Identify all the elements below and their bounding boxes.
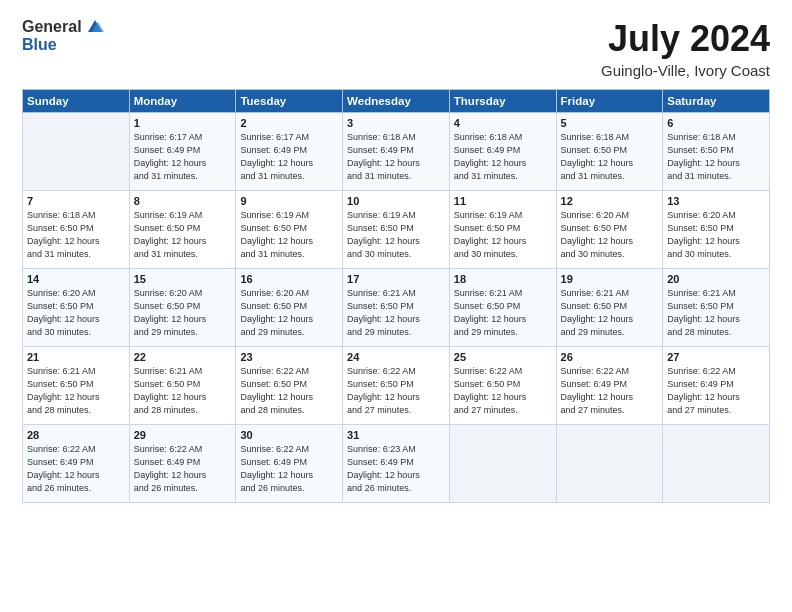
day-content: Sunrise: 6:22 AM Sunset: 6:49 PM Dayligh… bbox=[240, 443, 338, 495]
day-cell: 1Sunrise: 6:17 AM Sunset: 6:49 PM Daylig… bbox=[129, 113, 236, 191]
logo-blue: Blue bbox=[22, 36, 57, 54]
day-content: Sunrise: 6:20 AM Sunset: 6:50 PM Dayligh… bbox=[561, 209, 659, 261]
main-title: July 2024 bbox=[601, 18, 770, 60]
col-monday: Monday bbox=[129, 90, 236, 113]
day-number: 13 bbox=[667, 195, 765, 207]
week-row-4: 21Sunrise: 6:21 AM Sunset: 6:50 PM Dayli… bbox=[23, 347, 770, 425]
day-content: Sunrise: 6:22 AM Sunset: 6:50 PM Dayligh… bbox=[347, 365, 445, 417]
day-content: Sunrise: 6:20 AM Sunset: 6:50 PM Dayligh… bbox=[240, 287, 338, 339]
day-cell: 10Sunrise: 6:19 AM Sunset: 6:50 PM Dayli… bbox=[343, 191, 450, 269]
day-content: Sunrise: 6:19 AM Sunset: 6:50 PM Dayligh… bbox=[454, 209, 552, 261]
day-number: 17 bbox=[347, 273, 445, 285]
day-content: Sunrise: 6:21 AM Sunset: 6:50 PM Dayligh… bbox=[454, 287, 552, 339]
day-cell: 8Sunrise: 6:19 AM Sunset: 6:50 PM Daylig… bbox=[129, 191, 236, 269]
day-number: 3 bbox=[347, 117, 445, 129]
day-content: Sunrise: 6:23 AM Sunset: 6:49 PM Dayligh… bbox=[347, 443, 445, 495]
day-cell: 25Sunrise: 6:22 AM Sunset: 6:50 PM Dayli… bbox=[449, 347, 556, 425]
col-tuesday: Tuesday bbox=[236, 90, 343, 113]
day-cell: 2Sunrise: 6:17 AM Sunset: 6:49 PM Daylig… bbox=[236, 113, 343, 191]
day-cell: 26Sunrise: 6:22 AM Sunset: 6:49 PM Dayli… bbox=[556, 347, 663, 425]
logo: General Blue bbox=[22, 18, 106, 54]
subtitle: Guinglo-Ville, Ivory Coast bbox=[601, 62, 770, 79]
day-content: Sunrise: 6:21 AM Sunset: 6:50 PM Dayligh… bbox=[134, 365, 232, 417]
day-content: Sunrise: 6:20 AM Sunset: 6:50 PM Dayligh… bbox=[134, 287, 232, 339]
day-cell: 15Sunrise: 6:20 AM Sunset: 6:50 PM Dayli… bbox=[129, 269, 236, 347]
day-content: Sunrise: 6:22 AM Sunset: 6:49 PM Dayligh… bbox=[667, 365, 765, 417]
day-cell: 23Sunrise: 6:22 AM Sunset: 6:50 PM Dayli… bbox=[236, 347, 343, 425]
day-content: Sunrise: 6:22 AM Sunset: 6:50 PM Dayligh… bbox=[240, 365, 338, 417]
day-cell: 5Sunrise: 6:18 AM Sunset: 6:50 PM Daylig… bbox=[556, 113, 663, 191]
day-number: 5 bbox=[561, 117, 659, 129]
day-content: Sunrise: 6:21 AM Sunset: 6:50 PM Dayligh… bbox=[561, 287, 659, 339]
day-number: 22 bbox=[134, 351, 232, 363]
day-cell: 12Sunrise: 6:20 AM Sunset: 6:50 PM Dayli… bbox=[556, 191, 663, 269]
day-number: 27 bbox=[667, 351, 765, 363]
col-saturday: Saturday bbox=[663, 90, 770, 113]
day-cell: 31Sunrise: 6:23 AM Sunset: 6:49 PM Dayli… bbox=[343, 425, 450, 503]
day-content: Sunrise: 6:18 AM Sunset: 6:50 PM Dayligh… bbox=[27, 209, 125, 261]
day-cell: 22Sunrise: 6:21 AM Sunset: 6:50 PM Dayli… bbox=[129, 347, 236, 425]
day-number: 31 bbox=[347, 429, 445, 441]
day-number: 10 bbox=[347, 195, 445, 207]
day-cell: 19Sunrise: 6:21 AM Sunset: 6:50 PM Dayli… bbox=[556, 269, 663, 347]
day-content: Sunrise: 6:21 AM Sunset: 6:50 PM Dayligh… bbox=[347, 287, 445, 339]
day-content: Sunrise: 6:22 AM Sunset: 6:50 PM Dayligh… bbox=[454, 365, 552, 417]
day-number: 15 bbox=[134, 273, 232, 285]
day-content: Sunrise: 6:22 AM Sunset: 6:49 PM Dayligh… bbox=[134, 443, 232, 495]
day-content: Sunrise: 6:17 AM Sunset: 6:49 PM Dayligh… bbox=[240, 131, 338, 183]
day-cell: 6Sunrise: 6:18 AM Sunset: 6:50 PM Daylig… bbox=[663, 113, 770, 191]
day-content: Sunrise: 6:17 AM Sunset: 6:49 PM Dayligh… bbox=[134, 131, 232, 183]
title-area: July 2024 Guinglo-Ville, Ivory Coast bbox=[601, 18, 770, 79]
day-content: Sunrise: 6:21 AM Sunset: 6:50 PM Dayligh… bbox=[667, 287, 765, 339]
day-cell bbox=[23, 113, 130, 191]
day-number: 30 bbox=[240, 429, 338, 441]
day-number: 12 bbox=[561, 195, 659, 207]
day-number: 16 bbox=[240, 273, 338, 285]
col-wednesday: Wednesday bbox=[343, 90, 450, 113]
week-row-1: 1Sunrise: 6:17 AM Sunset: 6:49 PM Daylig… bbox=[23, 113, 770, 191]
day-number: 11 bbox=[454, 195, 552, 207]
day-cell: 30Sunrise: 6:22 AM Sunset: 6:49 PM Dayli… bbox=[236, 425, 343, 503]
day-number: 21 bbox=[27, 351, 125, 363]
week-row-3: 14Sunrise: 6:20 AM Sunset: 6:50 PM Dayli… bbox=[23, 269, 770, 347]
day-cell: 7Sunrise: 6:18 AM Sunset: 6:50 PM Daylig… bbox=[23, 191, 130, 269]
day-cell: 21Sunrise: 6:21 AM Sunset: 6:50 PM Dayli… bbox=[23, 347, 130, 425]
day-number: 26 bbox=[561, 351, 659, 363]
day-cell: 17Sunrise: 6:21 AM Sunset: 6:50 PM Dayli… bbox=[343, 269, 450, 347]
day-cell: 27Sunrise: 6:22 AM Sunset: 6:49 PM Dayli… bbox=[663, 347, 770, 425]
day-number: 25 bbox=[454, 351, 552, 363]
day-content: Sunrise: 6:20 AM Sunset: 6:50 PM Dayligh… bbox=[667, 209, 765, 261]
day-cell: 18Sunrise: 6:21 AM Sunset: 6:50 PM Dayli… bbox=[449, 269, 556, 347]
day-number: 28 bbox=[27, 429, 125, 441]
day-number: 18 bbox=[454, 273, 552, 285]
day-cell: 3Sunrise: 6:18 AM Sunset: 6:49 PM Daylig… bbox=[343, 113, 450, 191]
day-number: 4 bbox=[454, 117, 552, 129]
day-number: 6 bbox=[667, 117, 765, 129]
day-number: 24 bbox=[347, 351, 445, 363]
header-row: Sunday Monday Tuesday Wednesday Thursday… bbox=[23, 90, 770, 113]
day-cell: 29Sunrise: 6:22 AM Sunset: 6:49 PM Dayli… bbox=[129, 425, 236, 503]
logo-general: General bbox=[22, 18, 82, 36]
day-content: Sunrise: 6:19 AM Sunset: 6:50 PM Dayligh… bbox=[134, 209, 232, 261]
col-friday: Friday bbox=[556, 90, 663, 113]
day-content: Sunrise: 6:22 AM Sunset: 6:49 PM Dayligh… bbox=[27, 443, 125, 495]
day-cell: 16Sunrise: 6:20 AM Sunset: 6:50 PM Dayli… bbox=[236, 269, 343, 347]
day-number: 8 bbox=[134, 195, 232, 207]
week-row-2: 7Sunrise: 6:18 AM Sunset: 6:50 PM Daylig… bbox=[23, 191, 770, 269]
day-cell bbox=[449, 425, 556, 503]
day-number: 2 bbox=[240, 117, 338, 129]
day-number: 20 bbox=[667, 273, 765, 285]
day-cell: 24Sunrise: 6:22 AM Sunset: 6:50 PM Dayli… bbox=[343, 347, 450, 425]
day-content: Sunrise: 6:18 AM Sunset: 6:49 PM Dayligh… bbox=[454, 131, 552, 183]
logo-icon bbox=[84, 18, 106, 36]
day-cell: 11Sunrise: 6:19 AM Sunset: 6:50 PM Dayli… bbox=[449, 191, 556, 269]
day-content: Sunrise: 6:18 AM Sunset: 6:50 PM Dayligh… bbox=[667, 131, 765, 183]
day-cell bbox=[556, 425, 663, 503]
day-cell bbox=[663, 425, 770, 503]
day-content: Sunrise: 6:18 AM Sunset: 6:50 PM Dayligh… bbox=[561, 131, 659, 183]
header: General Blue July 2024 Guinglo-Ville, Iv… bbox=[22, 18, 770, 79]
day-cell: 4Sunrise: 6:18 AM Sunset: 6:49 PM Daylig… bbox=[449, 113, 556, 191]
day-content: Sunrise: 6:18 AM Sunset: 6:49 PM Dayligh… bbox=[347, 131, 445, 183]
day-number: 1 bbox=[134, 117, 232, 129]
col-sunday: Sunday bbox=[23, 90, 130, 113]
